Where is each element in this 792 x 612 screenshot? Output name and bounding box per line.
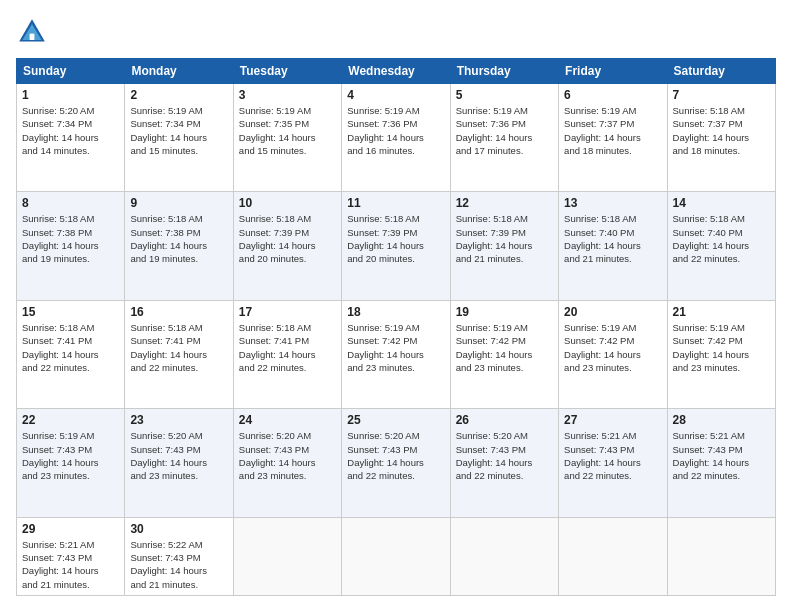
day-number: 7 — [673, 88, 770, 102]
day-info: Sunrise: 5:21 AMSunset: 7:43 PMDaylight:… — [22, 538, 119, 591]
day-cell: 6Sunrise: 5:19 AMSunset: 7:37 PMDaylight… — [559, 84, 667, 192]
day-number: 2 — [130, 88, 227, 102]
day-info: Sunrise: 5:18 AMSunset: 7:39 PMDaylight:… — [456, 212, 553, 265]
day-header-friday: Friday — [559, 59, 667, 84]
day-info: Sunrise: 5:19 AMSunset: 7:37 PMDaylight:… — [564, 104, 661, 157]
day-header-saturday: Saturday — [667, 59, 775, 84]
day-number: 28 — [673, 413, 770, 427]
day-number: 23 — [130, 413, 227, 427]
day-number: 12 — [456, 196, 553, 210]
day-cell: 27Sunrise: 5:21 AMSunset: 7:43 PMDayligh… — [559, 409, 667, 517]
week-row-4: 22Sunrise: 5:19 AMSunset: 7:43 PMDayligh… — [17, 409, 776, 517]
day-cell: 28Sunrise: 5:21 AMSunset: 7:43 PMDayligh… — [667, 409, 775, 517]
day-cell: 22Sunrise: 5:19 AMSunset: 7:43 PMDayligh… — [17, 409, 125, 517]
day-cell: 5Sunrise: 5:19 AMSunset: 7:36 PMDaylight… — [450, 84, 558, 192]
day-info: Sunrise: 5:18 AMSunset: 7:41 PMDaylight:… — [130, 321, 227, 374]
day-info: Sunrise: 5:19 AMSunset: 7:36 PMDaylight:… — [347, 104, 444, 157]
day-info: Sunrise: 5:18 AMSunset: 7:38 PMDaylight:… — [130, 212, 227, 265]
day-info: Sunrise: 5:19 AMSunset: 7:36 PMDaylight:… — [456, 104, 553, 157]
day-header-thursday: Thursday — [450, 59, 558, 84]
day-cell: 11Sunrise: 5:18 AMSunset: 7:39 PMDayligh… — [342, 192, 450, 300]
day-number: 29 — [22, 522, 119, 536]
day-number: 26 — [456, 413, 553, 427]
page: SundayMondayTuesdayWednesdayThursdayFrid… — [0, 0, 792, 612]
day-cell: 4Sunrise: 5:19 AMSunset: 7:36 PMDaylight… — [342, 84, 450, 192]
day-info: Sunrise: 5:18 AMSunset: 7:39 PMDaylight:… — [239, 212, 336, 265]
day-cell: 16Sunrise: 5:18 AMSunset: 7:41 PMDayligh… — [125, 300, 233, 408]
day-number: 21 — [673, 305, 770, 319]
day-cell: 10Sunrise: 5:18 AMSunset: 7:39 PMDayligh… — [233, 192, 341, 300]
day-info: Sunrise: 5:19 AMSunset: 7:34 PMDaylight:… — [130, 104, 227, 157]
day-cell: 8Sunrise: 5:18 AMSunset: 7:38 PMDaylight… — [17, 192, 125, 300]
day-number: 22 — [22, 413, 119, 427]
day-cell: 30Sunrise: 5:22 AMSunset: 7:43 PMDayligh… — [125, 517, 233, 595]
day-info: Sunrise: 5:21 AMSunset: 7:43 PMDaylight:… — [673, 429, 770, 482]
day-number: 6 — [564, 88, 661, 102]
header — [16, 16, 776, 48]
day-info: Sunrise: 5:20 AMSunset: 7:43 PMDaylight:… — [347, 429, 444, 482]
day-cell: 2Sunrise: 5:19 AMSunset: 7:34 PMDaylight… — [125, 84, 233, 192]
day-number: 27 — [564, 413, 661, 427]
day-info: Sunrise: 5:21 AMSunset: 7:43 PMDaylight:… — [564, 429, 661, 482]
day-header-tuesday: Tuesday — [233, 59, 341, 84]
day-info: Sunrise: 5:19 AMSunset: 7:43 PMDaylight:… — [22, 429, 119, 482]
day-info: Sunrise: 5:20 AMSunset: 7:43 PMDaylight:… — [130, 429, 227, 482]
day-cell — [233, 517, 341, 595]
day-info: Sunrise: 5:18 AMSunset: 7:41 PMDaylight:… — [22, 321, 119, 374]
day-number: 20 — [564, 305, 661, 319]
day-info: Sunrise: 5:19 AMSunset: 7:42 PMDaylight:… — [456, 321, 553, 374]
day-number: 1 — [22, 88, 119, 102]
day-info: Sunrise: 5:22 AMSunset: 7:43 PMDaylight:… — [130, 538, 227, 591]
day-number: 14 — [673, 196, 770, 210]
day-cell: 12Sunrise: 5:18 AMSunset: 7:39 PMDayligh… — [450, 192, 558, 300]
day-cell — [342, 517, 450, 595]
day-cell: 15Sunrise: 5:18 AMSunset: 7:41 PMDayligh… — [17, 300, 125, 408]
day-number: 10 — [239, 196, 336, 210]
day-number: 9 — [130, 196, 227, 210]
day-header-sunday: Sunday — [17, 59, 125, 84]
day-cell: 3Sunrise: 5:19 AMSunset: 7:35 PMDaylight… — [233, 84, 341, 192]
day-cell: 14Sunrise: 5:18 AMSunset: 7:40 PMDayligh… — [667, 192, 775, 300]
calendar-table: SundayMondayTuesdayWednesdayThursdayFrid… — [16, 58, 776, 596]
day-cell: 19Sunrise: 5:19 AMSunset: 7:42 PMDayligh… — [450, 300, 558, 408]
day-info: Sunrise: 5:19 AMSunset: 7:42 PMDaylight:… — [564, 321, 661, 374]
day-info: Sunrise: 5:20 AMSunset: 7:34 PMDaylight:… — [22, 104, 119, 157]
day-number: 24 — [239, 413, 336, 427]
week-row-3: 15Sunrise: 5:18 AMSunset: 7:41 PMDayligh… — [17, 300, 776, 408]
day-info: Sunrise: 5:19 AMSunset: 7:35 PMDaylight:… — [239, 104, 336, 157]
day-info: Sunrise: 5:19 AMSunset: 7:42 PMDaylight:… — [673, 321, 770, 374]
day-cell: 1Sunrise: 5:20 AMSunset: 7:34 PMDaylight… — [17, 84, 125, 192]
day-cell — [667, 517, 775, 595]
day-info: Sunrise: 5:18 AMSunset: 7:41 PMDaylight:… — [239, 321, 336, 374]
day-number: 13 — [564, 196, 661, 210]
day-number: 8 — [22, 196, 119, 210]
logo — [16, 16, 52, 48]
logo-icon — [16, 16, 48, 48]
day-cell — [559, 517, 667, 595]
day-cell: 13Sunrise: 5:18 AMSunset: 7:40 PMDayligh… — [559, 192, 667, 300]
day-info: Sunrise: 5:18 AMSunset: 7:40 PMDaylight:… — [673, 212, 770, 265]
day-cell — [450, 517, 558, 595]
header-row: SundayMondayTuesdayWednesdayThursdayFrid… — [17, 59, 776, 84]
week-row-2: 8Sunrise: 5:18 AMSunset: 7:38 PMDaylight… — [17, 192, 776, 300]
day-number: 11 — [347, 196, 444, 210]
day-cell: 20Sunrise: 5:19 AMSunset: 7:42 PMDayligh… — [559, 300, 667, 408]
day-number: 17 — [239, 305, 336, 319]
day-header-monday: Monday — [125, 59, 233, 84]
day-cell: 21Sunrise: 5:19 AMSunset: 7:42 PMDayligh… — [667, 300, 775, 408]
week-row-5: 29Sunrise: 5:21 AMSunset: 7:43 PMDayligh… — [17, 517, 776, 595]
day-number: 16 — [130, 305, 227, 319]
day-info: Sunrise: 5:19 AMSunset: 7:42 PMDaylight:… — [347, 321, 444, 374]
day-cell: 25Sunrise: 5:20 AMSunset: 7:43 PMDayligh… — [342, 409, 450, 517]
day-cell: 26Sunrise: 5:20 AMSunset: 7:43 PMDayligh… — [450, 409, 558, 517]
day-number: 19 — [456, 305, 553, 319]
day-number: 5 — [456, 88, 553, 102]
day-header-wednesday: Wednesday — [342, 59, 450, 84]
day-cell: 17Sunrise: 5:18 AMSunset: 7:41 PMDayligh… — [233, 300, 341, 408]
day-info: Sunrise: 5:18 AMSunset: 7:38 PMDaylight:… — [22, 212, 119, 265]
day-cell: 23Sunrise: 5:20 AMSunset: 7:43 PMDayligh… — [125, 409, 233, 517]
svg-rect-2 — [30, 34, 35, 40]
day-cell: 24Sunrise: 5:20 AMSunset: 7:43 PMDayligh… — [233, 409, 341, 517]
day-info: Sunrise: 5:18 AMSunset: 7:40 PMDaylight:… — [564, 212, 661, 265]
day-number: 3 — [239, 88, 336, 102]
